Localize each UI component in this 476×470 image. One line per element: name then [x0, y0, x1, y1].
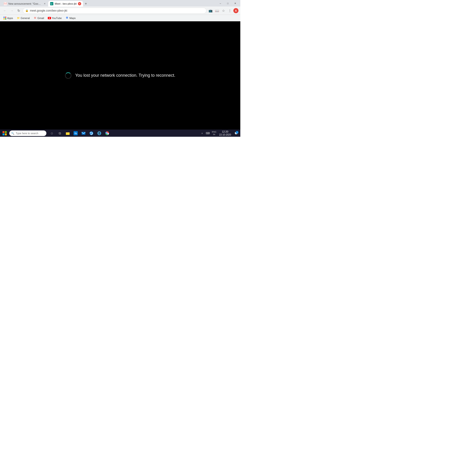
bookmark-general-label: General	[21, 17, 30, 19]
maps-icon	[66, 16, 69, 20]
tab-meet-label: Meet - bex-pbvo-jkt	[55, 2, 77, 5]
notification-button[interactable]: 💬 2	[233, 130, 239, 136]
system-clock[interactable]: 12:20 22-10-2020	[218, 130, 232, 136]
taskbar: 🔍 Type here to search ○ ⧉ 🛍	[0, 130, 240, 137]
title-bar: New announcement: "Good afte... ✕ M Meet…	[0, 0, 240, 6]
svg-rect-18	[66, 132, 68, 133]
svg-rect-17	[66, 133, 69, 135]
search-bar[interactable]: 🔍 Type here to search	[9, 130, 46, 136]
bookmark-apps[interactable]: Apps	[2, 16, 14, 20]
taskbar-icons: ○ ⧉ 🛍	[48, 130, 111, 137]
close-button[interactable]: ✕	[232, 1, 238, 5]
edge-button[interactable]	[88, 130, 95, 137]
reconnect-text: You lost your network connection. Trying…	[75, 73, 175, 78]
search-icon: 🔍	[11, 132, 14, 135]
svg-rect-5	[3, 18, 5, 19]
chrome-button[interactable]	[103, 130, 111, 137]
folder-icon: 📁	[17, 16, 20, 20]
lock-icon: 🔒	[25, 9, 29, 12]
lang-text: ENG	[212, 131, 216, 133]
svg-rect-12	[2, 131, 4, 133]
gmail-favicon-icon	[4, 2, 7, 5]
address-bar[interactable]: 🔒 meet.google.com/bex-pbvo-jkt	[23, 8, 206, 14]
notification-badge: 2	[236, 131, 238, 134]
start-button[interactable]	[1, 130, 8, 137]
gmail-icon: M	[34, 16, 37, 20]
tab-meet[interactable]: M Meet - bex-pbvo-jkt ✕	[48, 1, 83, 6]
svg-rect-3	[3, 17, 5, 18]
window-controls: – □ ✕	[217, 1, 238, 5]
svg-rect-13	[5, 131, 7, 133]
nav-bar: ← → ↻ 🔒 meet.google.com/bex-pbvo-jkt 📺 📖…	[0, 6, 240, 15]
svg-text:🛍: 🛍	[74, 132, 77, 135]
youtube-icon	[48, 16, 51, 20]
keyboard-icon[interactable]: ⌨	[205, 131, 210, 136]
meet-favicon-icon: M	[50, 2, 53, 5]
forward-button[interactable]: →	[9, 8, 15, 14]
bookmark-star-icon[interactable]: ☆	[220, 8, 226, 14]
svg-text:M: M	[51, 3, 52, 5]
task-view-button[interactable]: ⧉	[56, 130, 64, 137]
cortana-button[interactable]: ○	[48, 130, 56, 137]
svg-rect-14	[2, 133, 4, 135]
store-button[interactable]: 🛍	[72, 130, 79, 137]
mail-button[interactable]	[80, 130, 87, 137]
nav-right-icons: 📺 📖 ☆ ⋮ A	[207, 8, 238, 14]
address-book-icon[interactable]: 📖	[214, 8, 220, 14]
tab-gmail[interactable]: New announcement: "Good afte... ✕	[2, 1, 48, 6]
bookmark-youtube[interactable]: YouTube	[46, 16, 63, 20]
apps-grid-icon	[3, 16, 6, 20]
file-explorer-button[interactable]	[64, 130, 71, 137]
back-button[interactable]: ←	[2, 8, 8, 14]
bookmark-youtube-label: YouTube	[52, 17, 62, 19]
svg-rect-21	[82, 132, 85, 135]
region-text: IN	[213, 133, 215, 136]
bookmark-maps[interactable]: Maps	[64, 16, 77, 20]
reload-button[interactable]: ↻	[16, 8, 22, 14]
tab-strip: New announcement: "Good afte... ✕ M Meet…	[2, 0, 216, 6]
svg-rect-4	[5, 17, 6, 18]
bookmarks-bar: Apps 📁 General M Gmail YouTube Maps	[0, 15, 240, 21]
bookmark-gmail[interactable]: M Gmail	[32, 16, 46, 20]
language-indicator[interactable]: ENG IN	[211, 130, 217, 136]
tray-expand-icon[interactable]: ∧	[200, 131, 204, 136]
svg-rect-15	[5, 133, 7, 135]
reconnect-message: You lost your network connection. Trying…	[65, 72, 175, 79]
tab-gmail-close[interactable]: ✕	[43, 2, 46, 5]
loading-spinner	[65, 72, 71, 79]
meet-content-area: You lost your network connection. Trying…	[0, 21, 240, 130]
ie-button[interactable]	[96, 130, 103, 137]
tab-gmail-label: New announcement: "Good afte...	[8, 2, 42, 5]
new-tab-button[interactable]: +	[83, 1, 89, 6]
search-placeholder: Type here to search	[16, 132, 38, 135]
bookmark-maps-label: Maps	[69, 17, 76, 19]
minimize-button[interactable]: –	[217, 1, 224, 5]
bookmark-general[interactable]: 📁 General	[15, 16, 31, 20]
more-menu-button[interactable]: ⋮	[227, 8, 233, 14]
svg-point-28	[107, 133, 108, 134]
svg-rect-6	[5, 18, 6, 19]
sys-tray: ∧ ⌨	[200, 131, 210, 136]
bookmark-apps-label: Apps	[7, 17, 13, 19]
tab-meet-close[interactable]: ✕	[78, 2, 81, 5]
clock-date: 22-10-2020	[219, 133, 231, 136]
cast-icon[interactable]: 📺	[207, 8, 213, 14]
url-text: meet.google.com/bex-pbvo-jkt	[30, 9, 204, 12]
bookmark-gmail-label: Gmail	[37, 17, 44, 19]
maximize-button[interactable]: □	[224, 1, 231, 5]
profile-avatar[interactable]: A	[233, 8, 238, 13]
clock-time: 12:20	[222, 130, 228, 133]
taskbar-right: ∧ ⌨ ENG IN 12:20 22-10-2020 💬 2	[200, 130, 239, 136]
